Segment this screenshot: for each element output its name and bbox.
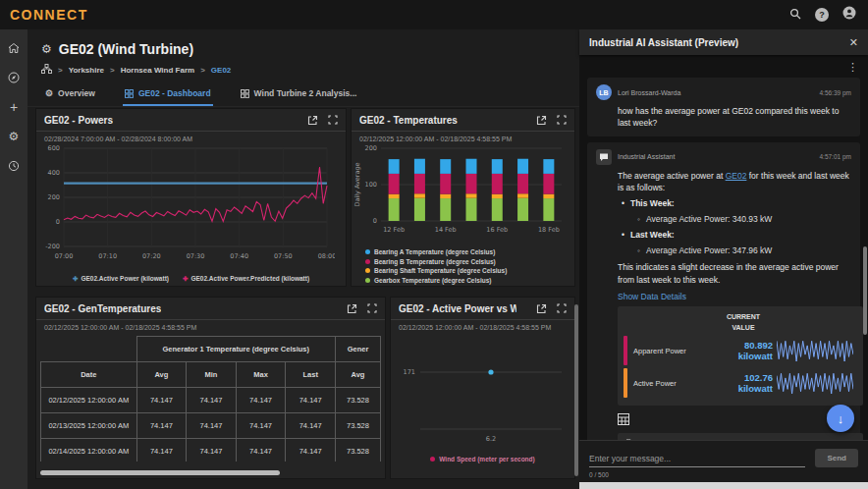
legend-item[interactable]: ✚GE02.Active Power (kilowatt): [73, 275, 169, 283]
svg-text:0: 0: [56, 218, 60, 226]
breadcrumb-item[interactable]: Hornsea Wind Farm: [121, 66, 195, 75]
compass-icon[interactable]: [7, 71, 21, 84]
table-cell: 73.528: [335, 388, 380, 413]
fullscreen-icon[interactable]: [328, 115, 338, 125]
table-cell: 74.147: [136, 439, 187, 462]
ge02-link[interactable]: GE02: [726, 171, 747, 181]
main-content: ⚙ GE02 (Wind Turbine) >Yorkshire>Hornsea…: [27, 29, 579, 489]
open-in-new-icon[interactable]: [536, 303, 547, 314]
assistant-title: Industrial AI Assistant (Preview): [589, 37, 738, 48]
account-icon[interactable]: [842, 6, 856, 24]
bullet-label: Last Week:: [622, 230, 851, 240]
chevron-right-icon: >: [200, 66, 205, 75]
bar-segment: [492, 159, 503, 174]
legend-item[interactable]: Bearing A Temperature (degree Celsius): [365, 248, 574, 255]
table-view-icon[interactable]: [618, 411, 851, 429]
fullscreen-icon[interactable]: [367, 303, 377, 313]
send-button[interactable]: Send: [815, 449, 858, 467]
bar-segment: [440, 198, 451, 221]
show-data-details-link[interactable]: Show Data Details: [596, 292, 851, 301]
panel-gentemperatures: GE02 - GenTemperatures 02/12/2025 12:00:…: [35, 297, 386, 479]
bar-segment: [492, 174, 503, 194]
svg-text:07:20: 07:20: [142, 252, 161, 260]
main-vertical-scrollbar[interactable]: [574, 304, 578, 476]
table-cell: 74.147: [286, 439, 336, 462]
kebab-menu-icon[interactable]: ⋮: [587, 59, 860, 78]
plus-icon[interactable]: +: [7, 100, 21, 114]
tab-label: GE02 - Dashboard: [138, 88, 211, 98]
close-icon[interactable]: ✕: [849, 36, 858, 49]
bar-segment: [466, 174, 477, 193]
legend-item[interactable]: ✚GE02.Active Power.Predicted (kilowatt): [183, 275, 309, 283]
legend-item[interactable]: Gearbox Temperature (degree Celsius): [365, 277, 574, 284]
table-row: 02/14/2025 12:00:00 AM74.14774.14774.147…: [41, 439, 381, 462]
gentemperatures-table: Generator 1 Temperature (degree Celsius)…: [40, 336, 381, 462]
svg-text:12 Feb: 12 Feb: [383, 226, 405, 234]
temperatures-legend: Bearing A Temperature (degree Celsius)Be…: [352, 248, 574, 284]
search-icon[interactable]: [789, 6, 801, 24]
breadcrumb-item[interactable]: GE02: [211, 66, 231, 75]
svg-text:Daily Average: Daily Average: [353, 162, 361, 206]
column-group-header: [41, 337, 137, 362]
fullscreen-icon[interactable]: [557, 115, 567, 125]
message-input[interactable]: [589, 451, 805, 467]
svg-text:07:10: 07:10: [98, 252, 117, 260]
bar-segment: [440, 159, 451, 174]
table-horizontal-scrollbar[interactable]: [40, 470, 382, 475]
column-header: Min: [187, 362, 237, 388]
open-in-new-icon[interactable]: [347, 303, 357, 314]
open-in-new-icon[interactable]: [536, 115, 547, 126]
tags-header[interactable]: Tags (2): [625, 439, 855, 440]
column-group-header: Generator 1 Temperature (degree Celsius): [136, 337, 335, 362]
data-point: [488, 369, 493, 374]
tab-wind-turbine-2-analysis-[interactable]: Wind Turbine 2 Analysis...: [239, 83, 359, 106]
assistant-avatar-icon: [596, 149, 612, 165]
user-message-text: how has the average power at GE02 compar…: [596, 105, 851, 130]
metric-current-value: 102.76kilowatt: [710, 372, 777, 395]
bar-segment: [414, 198, 425, 221]
connect-logo: CONNECT: [10, 7, 88, 23]
scroll-down-button[interactable]: ↓: [827, 405, 854, 432]
svg-text:08:00: 08:00: [318, 252, 335, 260]
history-icon[interactable]: [7, 159, 21, 173]
bar-segment: [389, 194, 400, 198]
svg-text:0: 0: [373, 217, 377, 225]
activepower-daterange: 02/12/2025 12:00:00 AM - 02/18/2025 4:58…: [391, 320, 574, 331]
table-cell: 02/12/2025 12:00:00 AM: [41, 388, 137, 413]
bar-segment: [440, 174, 451, 194]
help-icon[interactable]: ?: [815, 8, 829, 22]
table-cell: 74.147: [236, 439, 286, 462]
assistant-header: Industrial AI Assistant (Preview) ✕: [579, 29, 868, 55]
table-cell: 73.528: [335, 439, 380, 462]
table-cell: 74.147: [187, 388, 237, 413]
svg-text:07:30: 07:30: [187, 252, 205, 260]
table-cell: 74.147: [286, 388, 336, 413]
metric-sparkline: [777, 337, 855, 364]
open-in-new-icon[interactable]: [307, 115, 318, 126]
left-sidebar: + ⚙: [0, 29, 27, 489]
svg-text:6.2: 6.2: [486, 435, 496, 443]
bar-segment: [543, 198, 554, 221]
user-message-time: 4:56:39 pm: [819, 89, 851, 96]
fullscreen-icon[interactable]: [557, 303, 567, 313]
table-cell: 74.147: [136, 388, 187, 413]
svg-text:14 Feb: 14 Feb: [435, 226, 457, 234]
activepower-legend: Wind Speed (meter per second): [391, 456, 574, 462]
tab-overview[interactable]: ⚙Overview: [43, 83, 97, 106]
bullet-label: This Week:: [622, 198, 851, 208]
home-icon[interactable]: [7, 41, 21, 55]
top-bar: CONNECT ?: [0, 0, 868, 29]
legend-item[interactable]: Wind Speed (meter per second): [430, 456, 534, 462]
settings-gear-icon[interactable]: ⚙: [7, 130, 21, 143]
panel-gentemperatures-title: GE02 - GenTemperatures: [44, 303, 161, 314]
legend-item[interactable]: Bearing Shaft Temperature (degree Celsiu…: [365, 267, 574, 274]
table-cell: 74.147: [187, 413, 237, 439]
legend-item[interactable]: Bearing B Temperature (degree Celsius): [365, 258, 574, 265]
bullet-value: Average Active Power: 340.93 kW: [637, 214, 851, 224]
breadcrumb-item[interactable]: Yorkshire: [69, 66, 104, 75]
panel-activepower-title: GE02 - Active Power vs Win...: [399, 303, 516, 314]
table-cell: 74.147: [187, 439, 237, 462]
chat-vertical-scrollbar[interactable]: [863, 246, 867, 335]
tab-ge02-dashboard[interactable]: GE02 - Dashboard: [123, 83, 213, 106]
data-details-row: Active Power102.76kilowatt: [624, 368, 857, 398]
